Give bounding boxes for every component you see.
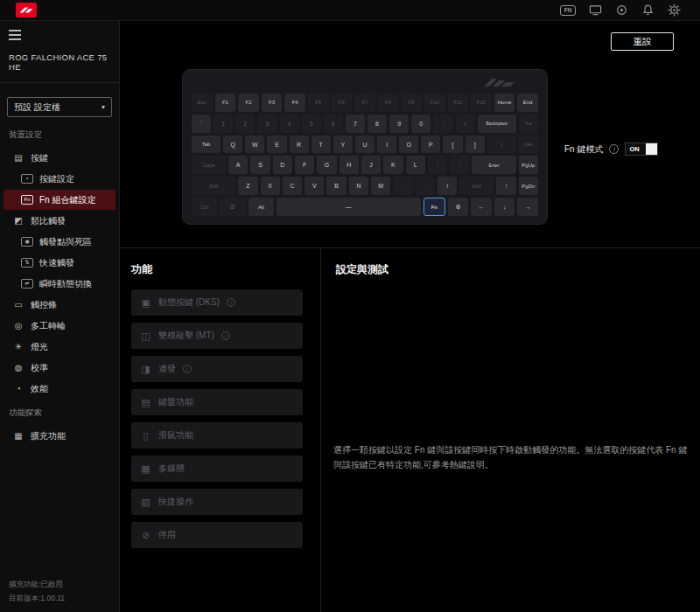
key-F2[interactable]: F2: [238, 94, 259, 112]
settings-icon[interactable]: [668, 3, 681, 17]
key-V[interactable]: V: [304, 177, 324, 195]
sidebar-item-dynamic-switch[interactable]: ⇄瞬時動態切換: [4, 274, 116, 294]
key-↓[interactable]: ↓: [494, 198, 514, 216]
key-M[interactable]: M: [371, 177, 390, 195]
key-F9: F9: [401, 94, 422, 112]
key-⚙[interactable]: ⚙: [448, 198, 468, 216]
function-button-turbo[interactable]: ◨連發i: [131, 356, 303, 382]
key-F6: F6: [332, 94, 353, 112]
profile-select[interactable]: 預設 設定檔 ▾: [7, 97, 112, 117]
key-→[interactable]: →: [517, 198, 537, 216]
key-PgDn[interactable]: PgDn: [519, 177, 538, 195]
sidebar-item-analog-trigger[interactable]: ◩類比觸發: [4, 211, 116, 231]
key-H[interactable]: H: [340, 156, 359, 174]
key-↑[interactable]: ↑: [496, 177, 515, 195]
key-T[interactable]: T: [312, 136, 331, 154]
sidebar-item-wheel[interactable]: ◎多工轉輪: [4, 316, 116, 336]
key-8[interactable]: 8: [368, 115, 387, 133]
key-End[interactable]: End: [517, 94, 538, 112]
function-button-keyboard-fn[interactable]: ▤鍵盤功能: [131, 389, 303, 415]
key-E[interactable]: E: [267, 136, 286, 154]
fn-badge-icon[interactable]: FN: [560, 5, 576, 16]
sidebar-item-fn-combo[interactable]: FnFn 組合鍵設定: [4, 190, 116, 210]
key-D[interactable]: D: [273, 156, 292, 174]
key-F3[interactable]: F3: [262, 94, 283, 112]
key-`[interactable]: `: [192, 115, 211, 133]
sidebar-item-calibration[interactable]: ◍校準: [4, 358, 116, 378]
key-O[interactable]: O: [399, 136, 418, 154]
fn-mode-toggle[interactable]: ON: [625, 143, 658, 156]
sidebar-item-lighting[interactable]: ☀燈光: [4, 337, 116, 357]
key-A[interactable]: A: [228, 156, 248, 174]
info-icon[interactable]: i: [221, 331, 230, 340]
key-Home[interactable]: Home: [494, 94, 515, 112]
sidebar-item-extensions[interactable]: ▦擴充功能: [4, 426, 116, 446]
key-Tab[interactable]: Tab: [192, 136, 220, 154]
key-L[interactable]: L: [406, 156, 425, 174]
lower-section: 功能 ▣動態按鍵 (DKS)i◫雙模敲擊 (MT)i◨連發i▤鍵盤功能▯滑鼠功能…: [120, 247, 700, 612]
key-F1[interactable]: F1: [215, 94, 236, 112]
aura-sync-icon[interactable]: [615, 3, 628, 17]
function-list: ▣動態按鍵 (DKS)i◫雙模敲擊 (MT)i◨連發i▤鍵盤功能▯滑鼠功能▦多媒…: [131, 289, 320, 548]
key-X[interactable]: X: [261, 177, 280, 195]
key-U[interactable]: U: [355, 136, 374, 154]
rog-logo[interactable]: [16, 3, 37, 17]
key-[[interactable]: [: [443, 136, 462, 154]
key-][interactable]: ]: [466, 136, 485, 154]
sidebar-item-rapid-trigger[interactable]: ⇅快速觸發: [4, 253, 116, 273]
key-7[interactable]: 7: [346, 115, 365, 133]
key-F4[interactable]: F4: [284, 94, 305, 112]
key-P[interactable]: P: [421, 136, 440, 154]
main-content: 重設 EscF1F2F3F4F5F6F7F8F9F10F11F12HomeEnd…: [120, 21, 700, 612]
key-J[interactable]: J: [361, 156, 381, 174]
key-I[interactable]: I: [377, 136, 396, 154]
analog-icon: ◩: [12, 216, 24, 226]
key-Alt[interactable]: Alt: [248, 198, 274, 216]
key-R[interactable]: R: [290, 136, 309, 154]
key-W[interactable]: W: [245, 136, 264, 154]
key-Y[interactable]: Y: [333, 136, 353, 154]
info-icon[interactable]: i: [227, 298, 235, 307]
sidebar-item-trigger-point[interactable]: ◉觸發點與死區: [4, 232, 116, 252]
sidebar-item-performance[interactable]: ◔效能: [4, 379, 116, 399]
key-F[interactable]: F: [295, 156, 314, 174]
menu-icon[interactable]: [9, 30, 21, 40]
key-N[interactable]: N: [349, 177, 368, 195]
key-Fn[interactable]: Fn: [424, 198, 445, 216]
key-←[interactable]: ←: [471, 198, 491, 216]
key-G[interactable]: G: [317, 156, 336, 174]
reset-button[interactable]: 重設: [611, 32, 674, 51]
key-S[interactable]: S: [250, 156, 270, 174]
sidebar-item-touchbar[interactable]: ▭觸控條: [4, 295, 116, 315]
info-icon[interactable]: i: [183, 365, 192, 373]
wheel-icon: ◎: [12, 321, 24, 330]
key-—[interactable]: —: [276, 198, 420, 216]
fn-mode-label: Fn 鍵模式: [564, 143, 603, 156]
key-Z[interactable]: Z: [238, 177, 257, 195]
key-Backspace[interactable]: Backspace: [478, 115, 516, 133]
key-C[interactable]: C: [283, 177, 302, 195]
sidebar-item-label: 按鍵: [31, 152, 48, 164]
key-0[interactable]: 0: [411, 115, 430, 133]
key-/[interactable]: /: [438, 177, 457, 195]
key-,: ,: [393, 177, 412, 195]
key-K[interactable]: K: [383, 156, 402, 174]
function-button-mouse-fn[interactable]: ▯滑鼠功能: [131, 422, 303, 449]
key-9[interactable]: 9: [389, 115, 409, 133]
display-icon[interactable]: [589, 3, 602, 17]
function-button-multimedia[interactable]: ▦多媒體: [131, 456, 303, 482]
function-button-shortcut[interactable]: ▧快捷操作: [131, 489, 303, 515]
key-Q[interactable]: Q: [223, 136, 242, 154]
sidebar-item-key-settings[interactable]: ▪按鍵設定: [4, 169, 116, 189]
function-button-dks[interactable]: ▣動態按鍵 (DKS)i: [131, 289, 303, 316]
sidebar-item-keys[interactable]: ▤按鍵: [4, 148, 116, 168]
key-B[interactable]: B: [326, 177, 346, 195]
key-5: 5: [302, 115, 321, 133]
key-Enter[interactable]: Enter: [472, 156, 515, 174]
notifications-icon[interactable]: [641, 3, 654, 17]
key-Ins: Ins: [519, 115, 538, 133]
function-button-disable[interactable]: ⊘停用: [131, 522, 303, 548]
info-icon[interactable]: i: [609, 144, 619, 154]
key-PgUp[interactable]: PgUp: [519, 156, 538, 174]
function-button-mt[interactable]: ◫雙模敲擊 (MT)i: [131, 323, 303, 349]
